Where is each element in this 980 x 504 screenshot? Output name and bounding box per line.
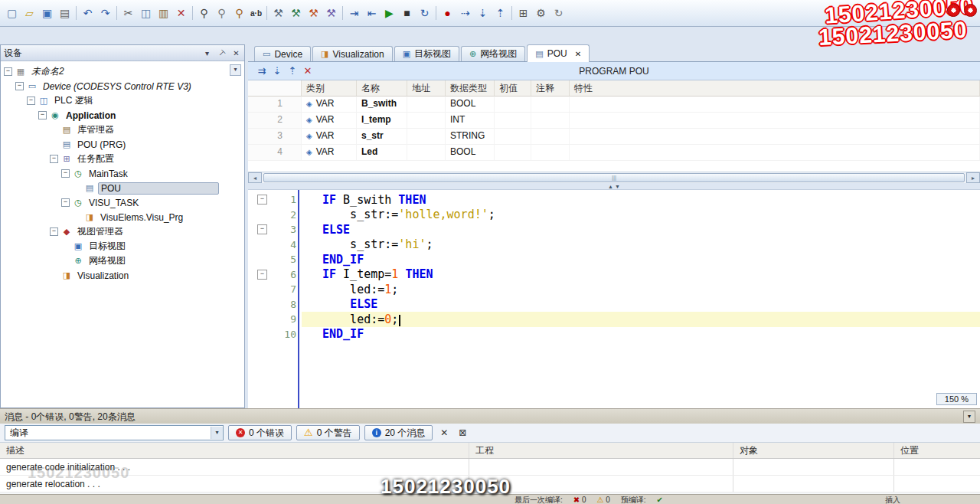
decl-column-header-5[interactable]: 注释 — [531, 80, 570, 97]
code-line[interactable]: 10END_IF — [248, 327, 980, 342]
move-up-icon[interactable]: ⇡ — [285, 65, 300, 77]
errors-filter-button[interactable]: 0 个错误 — [228, 425, 292, 440]
message-row[interactable]: generate code initialization . . . — [0, 459, 980, 476]
tree-item-view-manager[interactable]: −◆视图管理器 — [1, 224, 244, 239]
code-line[interactable]: 8 ELSE — [248, 297, 980, 313]
tab-device[interactable]: ▭Device — [254, 46, 311, 61]
fold-icon[interactable]: − — [257, 270, 267, 280]
decl-column-header-2[interactable]: 地址 — [407, 80, 446, 97]
horizontal-scrollbar[interactable]: ◂ ||| ▸ — [248, 172, 980, 183]
move-down-icon[interactable]: ⇣ — [270, 65, 285, 77]
tree-item-pou-call[interactable]: ▤POU — [1, 181, 244, 195]
build-icon[interactable]: ⚒ — [270, 5, 287, 21]
fold-icon[interactable]: − — [257, 224, 267, 234]
tree-item-pou-prg[interactable]: ▤POU (PRG) — [1, 137, 244, 152]
column-description[interactable]: 描述 — [0, 444, 469, 457]
expander-icon[interactable]: − — [27, 97, 35, 105]
decl-column-header-4[interactable]: 初值 — [495, 80, 531, 97]
expander-icon[interactable]: − — [38, 111, 47, 119]
tree-item-plc-logic[interactable]: −◫PLC 逻辑 — [1, 93, 244, 108]
column-object[interactable]: 对象 — [733, 443, 893, 458]
tree-dropdown-icon[interactable]: ▾ — [230, 64, 241, 76]
stop-icon[interactable]: ■ — [398, 5, 416, 21]
splitter-up-icon[interactable]: ▲ — [608, 184, 613, 189]
step-out-icon[interactable]: ⇡ — [492, 5, 509, 21]
refresh-icon[interactable]: ↻ — [550, 5, 567, 21]
chevron-down-icon[interactable]: ▾ — [211, 427, 223, 439]
code-editor[interactable]: −1IF B_swith THEN2 s_str:='holle,word!';… — [248, 190, 980, 408]
find-next-icon[interactable]: ⚲ — [213, 5, 230, 21]
panel-menu-icon[interactable]: ▾ — [202, 49, 212, 57]
splitter-down-icon[interactable]: ▼ — [615, 184, 620, 189]
messages-titlebar[interactable]: 消息 - 0个错误, 0警告, 20条消息 ▾ — [0, 408, 980, 424]
generate-code-icon[interactable]: ⚒ — [305, 5, 322, 21]
clear-messages-icon[interactable]: ✕ — [437, 427, 451, 438]
scroll-left-icon[interactable]: ◂ — [248, 172, 262, 183]
rebuild-icon[interactable]: ⚒ — [287, 5, 305, 21]
tab-target-view[interactable]: ▣目标视图 — [394, 46, 459, 61]
single-cycle-icon[interactable]: ↻ — [416, 5, 433, 21]
step-over-icon[interactable]: ⇢ — [456, 5, 474, 21]
messages-collapse-icon[interactable]: ▾ — [963, 411, 975, 423]
breakpoint-icon[interactable]: ● — [439, 5, 456, 21]
print-icon[interactable]: ▤ — [56, 5, 74, 21]
save-icon[interactable]: ▣ — [38, 5, 56, 21]
expander-icon[interactable]: − — [61, 198, 70, 207]
warnings-filter-button[interactable]: 0 个警告 — [296, 425, 360, 440]
scroll-right-icon[interactable]: ▸ — [966, 172, 980, 183]
scrollbar-track[interactable]: ||| — [262, 172, 966, 183]
tree-item-task-configuration[interactable]: −⊞任务配置 — [1, 152, 244, 166]
tree-item-project-unnamed2[interactable]: −▦未命名2 — [1, 64, 244, 79]
declaration-row[interactable]: 1◈VARB_swithBOOL — [248, 97, 980, 113]
message-row[interactable]: generate relocation . . . — [0, 476, 980, 493]
paste-icon[interactable]: ▥ — [155, 5, 172, 21]
code-line[interactable]: 2 s_str:='holle,word!'; — [248, 208, 980, 223]
tree-item-network-view[interactable]: ⊕网络视图 — [1, 254, 244, 268]
clear-all-messages-icon[interactable]: ⊠ — [456, 427, 469, 438]
expander-icon[interactable]: − — [50, 155, 58, 163]
window-list-icon[interactable]: ⊞ — [514, 5, 532, 21]
code-line[interactable]: −3ELSE — [248, 222, 980, 237]
expander-icon[interactable]: − — [4, 67, 12, 76]
close-panel-icon[interactable]: ✕ — [231, 49, 241, 57]
fold-icon[interactable]: − — [257, 195, 267, 205]
column-position[interactable]: 位置 — [893, 443, 980, 458]
editor-splitter[interactable]: ▲ ▼ — [248, 183, 980, 190]
decl-column-header-6[interactable]: 特性 — [570, 80, 980, 97]
clean-all-icon[interactable]: ⚒ — [322, 5, 340, 21]
declaration-row[interactable]: 4◈VARLedBOOL — [248, 145, 980, 161]
new-file-icon[interactable]: ▢ — [3, 5, 21, 21]
open-file-icon[interactable]: ▱ — [21, 5, 38, 21]
decl-column-header-1[interactable]: 名称 — [357, 80, 407, 97]
tree-item-visu-task[interactable]: −◷VISU_TASK — [1, 195, 244, 210]
scrollbar-thumb[interactable]: ||| — [263, 173, 965, 182]
declaration-row[interactable]: 2◈VARI_tempINT — [248, 113, 980, 129]
code-line[interactable]: 5END_IF — [248, 252, 980, 267]
tab-pou[interactable]: ▤POU✕ — [527, 44, 590, 62]
code-line[interactable]: −1IF B_swith THEN — [248, 192, 980, 208]
tab-visualization[interactable]: ◨Visualization — [312, 46, 393, 61]
decl-column-header-3[interactable]: 数据类型 — [446, 80, 495, 97]
find-icon[interactable]: ⚲ — [195, 5, 213, 21]
find-in-project-icon[interactable]: ⚲ — [230, 5, 248, 21]
options-icon[interactable]: ⚙ — [532, 5, 550, 21]
login-icon[interactable]: ⇥ — [345, 5, 363, 21]
tree-item-library-manager[interactable]: ▤库管理器 — [1, 123, 244, 137]
tree-item-target-view[interactable]: ▣目标视图 — [1, 239, 244, 254]
delete-row-icon[interactable]: ✕ — [300, 65, 315, 77]
code-line[interactable]: −6IF I_temp=1 THEN — [248, 267, 980, 283]
expander-icon[interactable]: − — [15, 82, 24, 90]
message-filter-combo[interactable]: 编译 ▾ — [5, 425, 224, 440]
code-line[interactable]: 7 led:=1; — [248, 282, 980, 297]
tree-item-application[interactable]: −◉Application — [1, 108, 244, 123]
undo-icon[interactable]: ↶ — [79, 5, 96, 21]
copy-icon[interactable]: ◫ — [137, 5, 155, 21]
tree-item-visualization[interactable]: ◨Visualization — [1, 268, 244, 283]
tree-item-maintask[interactable]: −◷MainTask — [1, 166, 244, 181]
code-line[interactable]: 9 led:=0; — [248, 312, 980, 327]
start-icon[interactable]: ▶ — [381, 5, 398, 21]
tree-item-visuelems-visu-prg[interactable]: ◨VisuElems.Visu_Prg — [1, 210, 244, 224]
expander-icon[interactable]: − — [61, 169, 70, 178]
close-tab-icon[interactable]: ✕ — [575, 50, 581, 58]
redo-icon[interactable]: ↷ — [96, 5, 114, 21]
